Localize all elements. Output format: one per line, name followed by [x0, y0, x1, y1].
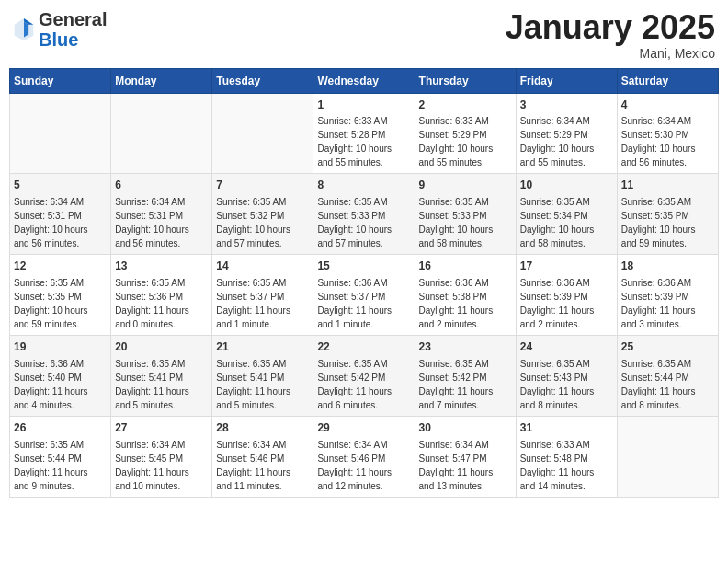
day-info: Sunrise: 6:35 AM Sunset: 5:42 PM Dayligh…: [419, 359, 494, 410]
day-info: Sunrise: 6:34 AM Sunset: 5:31 PM Dayligh…: [14, 197, 88, 248]
calendar-body: 1Sunrise: 6:33 AM Sunset: 5:28 PM Daylig…: [10, 93, 719, 497]
calendar-cell: 9Sunrise: 6:35 AM Sunset: 5:33 PM Daylig…: [415, 174, 516, 255]
calendar-cell: [111, 93, 212, 174]
day-number: 25: [621, 339, 714, 355]
calendar-cell: 22Sunrise: 6:35 AM Sunset: 5:42 PM Dayli…: [313, 335, 415, 416]
weekday-header-thursday: Thursday: [415, 68, 516, 93]
day-number: 26: [14, 420, 107, 436]
calendar-cell: 29Sunrise: 6:34 AM Sunset: 5:46 PM Dayli…: [313, 416, 415, 497]
calendar-cell: [617, 416, 718, 497]
weekday-header-friday: Friday: [516, 68, 617, 93]
day-info: Sunrise: 6:35 AM Sunset: 5:35 PM Dayligh…: [621, 197, 696, 248]
weekday-header-row: SundayMondayTuesdayWednesdayThursdayFrid…: [10, 68, 719, 93]
day-info: Sunrise: 6:35 AM Sunset: 5:37 PM Dayligh…: [216, 278, 290, 329]
day-number: 20: [115, 339, 208, 355]
calendar-cell: 10Sunrise: 6:35 AM Sunset: 5:34 PM Dayli…: [516, 174, 617, 255]
calendar-cell: 8Sunrise: 6:35 AM Sunset: 5:33 PM Daylig…: [313, 174, 415, 255]
day-number: 24: [520, 339, 613, 355]
calendar-cell: 18Sunrise: 6:36 AM Sunset: 5:39 PM Dayli…: [617, 255, 718, 336]
calendar-week-row: 26Sunrise: 6:35 AM Sunset: 5:44 PM Dayli…: [10, 416, 719, 497]
calendar-cell: 20Sunrise: 6:35 AM Sunset: 5:41 PM Dayli…: [111, 335, 212, 416]
calendar-cell: 4Sunrise: 6:34 AM Sunset: 5:30 PM Daylig…: [617, 93, 718, 174]
day-number: 3: [520, 98, 613, 113]
calendar-cell: 28Sunrise: 6:34 AM Sunset: 5:46 PM Dayli…: [212, 416, 313, 497]
day-info: Sunrise: 6:36 AM Sunset: 5:39 PM Dayligh…: [520, 278, 595, 329]
day-number: 31: [520, 420, 613, 436]
calendar-header: SundayMondayTuesdayWednesdayThursdayFrid…: [10, 68, 719, 93]
day-number: 10: [520, 178, 613, 193]
calendar-cell: 15Sunrise: 6:36 AM Sunset: 5:37 PM Dayli…: [313, 255, 415, 336]
day-info: Sunrise: 6:34 AM Sunset: 5:45 PM Dayligh…: [115, 440, 189, 491]
day-number: 1: [317, 98, 410, 113]
calendar-cell: 17Sunrise: 6:36 AM Sunset: 5:39 PM Dayli…: [516, 255, 617, 336]
day-number: 6: [115, 178, 208, 193]
day-info: Sunrise: 6:36 AM Sunset: 5:37 PM Dayligh…: [317, 278, 392, 329]
day-number: 16: [419, 259, 512, 274]
day-number: 9: [419, 178, 512, 193]
calendar-cell: 23Sunrise: 6:35 AM Sunset: 5:42 PM Dayli…: [415, 335, 516, 416]
day-number: 7: [216, 178, 309, 193]
day-number: 5: [14, 178, 107, 193]
day-info: Sunrise: 6:34 AM Sunset: 5:30 PM Dayligh…: [621, 116, 696, 167]
day-number: 4: [621, 98, 714, 113]
title-block: January 2025 Mani, Mexico: [506, 9, 715, 61]
calendar-cell: 19Sunrise: 6:36 AM Sunset: 5:40 PM Dayli…: [10, 335, 111, 416]
day-info: Sunrise: 6:36 AM Sunset: 5:40 PM Dayligh…: [14, 359, 88, 410]
calendar-cell: 16Sunrise: 6:36 AM Sunset: 5:38 PM Dayli…: [415, 255, 516, 336]
day-number: 17: [520, 259, 613, 274]
weekday-header-sunday: Sunday: [10, 68, 111, 93]
calendar-table: SundayMondayTuesdayWednesdayThursdayFrid…: [9, 68, 719, 498]
calendar-cell: 7Sunrise: 6:35 AM Sunset: 5:32 PM Daylig…: [212, 174, 313, 255]
day-info: Sunrise: 6:34 AM Sunset: 5:47 PM Dayligh…: [419, 440, 494, 491]
month-title: January 2025: [506, 9, 715, 46]
day-info: Sunrise: 6:34 AM Sunset: 5:31 PM Dayligh…: [115, 197, 189, 248]
day-info: Sunrise: 6:34 AM Sunset: 5:46 PM Dayligh…: [216, 440, 290, 491]
calendar-cell: 1Sunrise: 6:33 AM Sunset: 5:28 PM Daylig…: [313, 93, 415, 174]
day-number: 30: [419, 420, 512, 436]
calendar-week-row: 12Sunrise: 6:35 AM Sunset: 5:35 PM Dayli…: [10, 255, 719, 336]
calendar-cell: 21Sunrise: 6:35 AM Sunset: 5:41 PM Dayli…: [212, 335, 313, 416]
day-info: Sunrise: 6:35 AM Sunset: 5:35 PM Dayligh…: [14, 278, 88, 329]
day-number: 27: [115, 420, 208, 436]
weekday-header-wednesday: Wednesday: [313, 68, 415, 93]
day-info: Sunrise: 6:34 AM Sunset: 5:46 PM Dayligh…: [317, 440, 392, 491]
calendar-cell: 11Sunrise: 6:35 AM Sunset: 5:35 PM Dayli…: [617, 174, 718, 255]
day-info: Sunrise: 6:35 AM Sunset: 5:41 PM Dayligh…: [216, 359, 290, 410]
calendar-week-row: 5Sunrise: 6:34 AM Sunset: 5:31 PM Daylig…: [10, 174, 719, 255]
calendar-week-row: 1Sunrise: 6:33 AM Sunset: 5:28 PM Daylig…: [10, 93, 719, 174]
day-info: Sunrise: 6:33 AM Sunset: 5:48 PM Dayligh…: [520, 440, 595, 491]
day-number: 13: [115, 259, 208, 274]
calendar-cell: 12Sunrise: 6:35 AM Sunset: 5:35 PM Dayli…: [10, 255, 111, 336]
day-info: Sunrise: 6:35 AM Sunset: 5:32 PM Dayligh…: [216, 197, 290, 248]
logo-text: General Blue: [39, 9, 107, 50]
day-number: 14: [216, 259, 309, 274]
calendar-cell: 27Sunrise: 6:34 AM Sunset: 5:45 PM Dayli…: [111, 416, 212, 497]
day-number: 29: [317, 420, 410, 436]
day-number: 8: [317, 178, 410, 193]
calendar-cell: 2Sunrise: 6:33 AM Sunset: 5:29 PM Daylig…: [415, 93, 516, 174]
calendar-cell: 3Sunrise: 6:34 AM Sunset: 5:29 PM Daylig…: [516, 93, 617, 174]
calendar-cell: 30Sunrise: 6:34 AM Sunset: 5:47 PM Dayli…: [415, 416, 516, 497]
day-info: Sunrise: 6:34 AM Sunset: 5:29 PM Dayligh…: [520, 116, 595, 167]
day-number: 15: [317, 259, 410, 274]
calendar-cell: 26Sunrise: 6:35 AM Sunset: 5:44 PM Dayli…: [10, 416, 111, 497]
calendar-cell: 24Sunrise: 6:35 AM Sunset: 5:43 PM Dayli…: [516, 335, 617, 416]
day-info: Sunrise: 6:35 AM Sunset: 5:41 PM Dayligh…: [115, 359, 189, 410]
day-number: 23: [419, 339, 512, 355]
day-info: Sunrise: 6:33 AM Sunset: 5:28 PM Dayligh…: [317, 116, 392, 167]
day-number: 22: [317, 339, 410, 355]
day-number: 28: [216, 420, 309, 436]
weekday-header-tuesday: Tuesday: [212, 68, 313, 93]
calendar-cell: 31Sunrise: 6:33 AM Sunset: 5:48 PM Dayli…: [516, 416, 617, 497]
day-info: Sunrise: 6:35 AM Sunset: 5:34 PM Dayligh…: [520, 197, 595, 248]
day-info: Sunrise: 6:35 AM Sunset: 5:33 PM Dayligh…: [419, 197, 494, 248]
calendar-cell: 5Sunrise: 6:34 AM Sunset: 5:31 PM Daylig…: [10, 174, 111, 255]
day-info: Sunrise: 6:35 AM Sunset: 5:44 PM Dayligh…: [14, 440, 88, 491]
day-number: 2: [419, 98, 512, 113]
location: Mani, Mexico: [506, 46, 715, 61]
logo-icon: [13, 17, 35, 42]
calendar-cell: 6Sunrise: 6:34 AM Sunset: 5:31 PM Daylig…: [111, 174, 212, 255]
day-number: 12: [14, 259, 107, 274]
page-header: General Blue January 2025 Mani, Mexico: [9, 9, 719, 61]
day-number: 19: [14, 339, 107, 355]
